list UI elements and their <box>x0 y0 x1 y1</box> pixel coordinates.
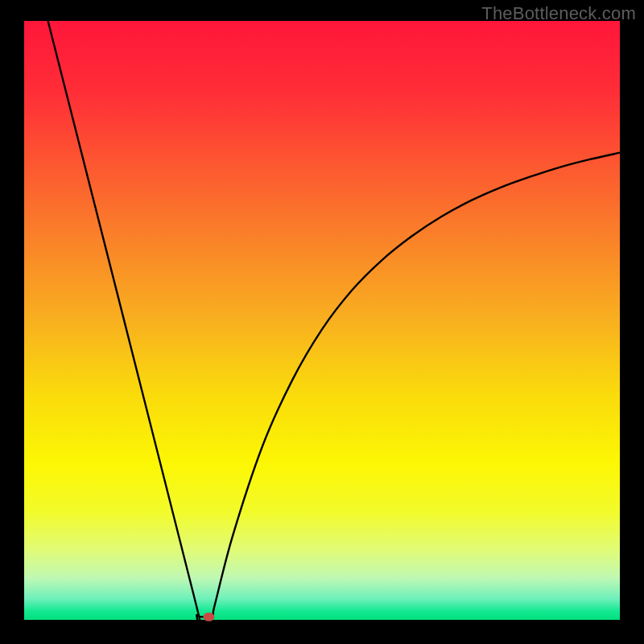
plot-background <box>24 21 620 620</box>
bottleneck-chart <box>0 0 644 644</box>
chart-frame: TheBottleneck.com <box>0 0 644 644</box>
optimal-point-marker <box>203 613 214 621</box>
watermark-text: TheBottleneck.com <box>481 3 636 24</box>
